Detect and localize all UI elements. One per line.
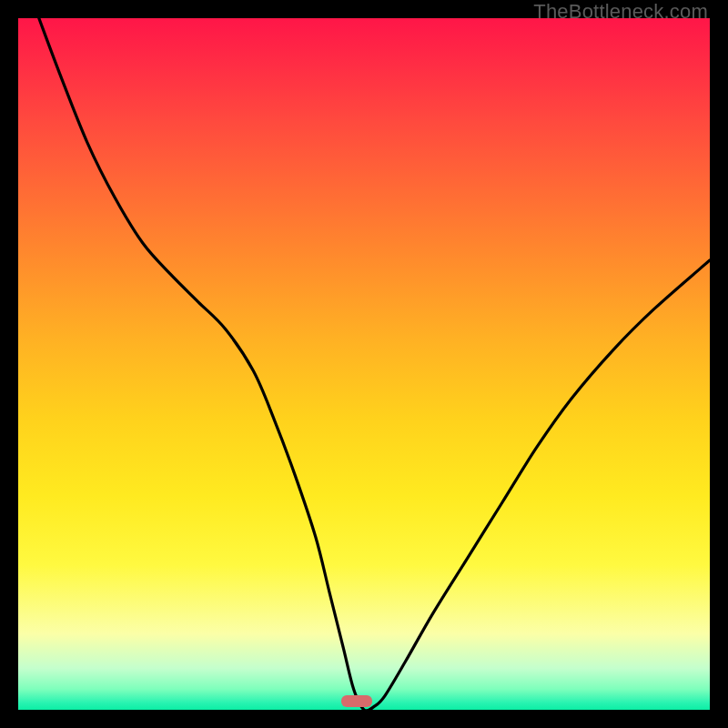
bottleneck-curve-svg [18, 18, 710, 710]
outer-frame: TheBottleneck.com [0, 0, 728, 728]
optimal-point-marker [341, 695, 372, 707]
plot-area [18, 18, 710, 710]
bottleneck-curve-line [39, 18, 710, 710]
